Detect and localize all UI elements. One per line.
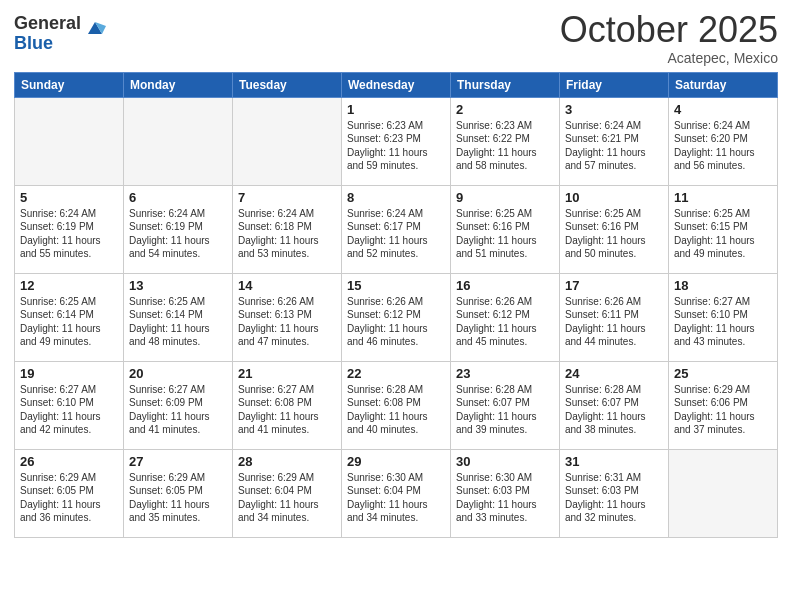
calendar-cell: 23Sunrise: 6:28 AM Sunset: 6:07 PM Dayli…: [451, 361, 560, 449]
calendar-cell: 11Sunrise: 6:25 AM Sunset: 6:15 PM Dayli…: [669, 185, 778, 273]
day-number: 17: [565, 278, 663, 293]
day-number: 3: [565, 102, 663, 117]
day-info: Sunrise: 6:24 AM Sunset: 6:19 PM Dayligh…: [20, 207, 118, 261]
day-number: 26: [20, 454, 118, 469]
day-info: Sunrise: 6:27 AM Sunset: 6:09 PM Dayligh…: [129, 383, 227, 437]
calendar-cell: 27Sunrise: 6:29 AM Sunset: 6:05 PM Dayli…: [124, 449, 233, 537]
calendar-cell: 14Sunrise: 6:26 AM Sunset: 6:13 PM Dayli…: [233, 273, 342, 361]
day-info: Sunrise: 6:25 AM Sunset: 6:15 PM Dayligh…: [674, 207, 772, 261]
day-number: 15: [347, 278, 445, 293]
day-number: 6: [129, 190, 227, 205]
day-info: Sunrise: 6:30 AM Sunset: 6:04 PM Dayligh…: [347, 471, 445, 525]
calendar-cell: [233, 97, 342, 185]
day-number: 22: [347, 366, 445, 381]
day-number: 12: [20, 278, 118, 293]
day-info: Sunrise: 6:24 AM Sunset: 6:21 PM Dayligh…: [565, 119, 663, 173]
day-info: Sunrise: 6:29 AM Sunset: 6:05 PM Dayligh…: [129, 471, 227, 525]
day-info: Sunrise: 6:27 AM Sunset: 6:10 PM Dayligh…: [20, 383, 118, 437]
day-number: 11: [674, 190, 772, 205]
calendar-week-row: 1Sunrise: 6:23 AM Sunset: 6:23 PM Daylig…: [15, 97, 778, 185]
day-number: 4: [674, 102, 772, 117]
day-info: Sunrise: 6:26 AM Sunset: 6:12 PM Dayligh…: [347, 295, 445, 349]
calendar-week-row: 26Sunrise: 6:29 AM Sunset: 6:05 PM Dayli…: [15, 449, 778, 537]
day-info: Sunrise: 6:24 AM Sunset: 6:19 PM Dayligh…: [129, 207, 227, 261]
calendar-week-row: 12Sunrise: 6:25 AM Sunset: 6:14 PM Dayli…: [15, 273, 778, 361]
day-info: Sunrise: 6:24 AM Sunset: 6:18 PM Dayligh…: [238, 207, 336, 261]
day-info: Sunrise: 6:25 AM Sunset: 6:14 PM Dayligh…: [129, 295, 227, 349]
calendar-cell: 17Sunrise: 6:26 AM Sunset: 6:11 PM Dayli…: [560, 273, 669, 361]
day-info: Sunrise: 6:27 AM Sunset: 6:10 PM Dayligh…: [674, 295, 772, 349]
day-info: Sunrise: 6:30 AM Sunset: 6:03 PM Dayligh…: [456, 471, 554, 525]
day-number: 8: [347, 190, 445, 205]
day-number: 24: [565, 366, 663, 381]
weekday-header: Tuesday: [233, 72, 342, 97]
month-title: October 2025: [560, 10, 778, 50]
logo: General Blue: [14, 14, 106, 54]
day-number: 19: [20, 366, 118, 381]
day-number: 23: [456, 366, 554, 381]
calendar-cell: [669, 449, 778, 537]
day-number: 25: [674, 366, 772, 381]
day-info: Sunrise: 6:25 AM Sunset: 6:16 PM Dayligh…: [565, 207, 663, 261]
weekday-header-row: SundayMondayTuesdayWednesdayThursdayFrid…: [15, 72, 778, 97]
day-info: Sunrise: 6:25 AM Sunset: 6:16 PM Dayligh…: [456, 207, 554, 261]
day-info: Sunrise: 6:31 AM Sunset: 6:03 PM Dayligh…: [565, 471, 663, 525]
calendar-cell: 19Sunrise: 6:27 AM Sunset: 6:10 PM Dayli…: [15, 361, 124, 449]
calendar-cell: 12Sunrise: 6:25 AM Sunset: 6:14 PM Dayli…: [15, 273, 124, 361]
calendar-cell: 21Sunrise: 6:27 AM Sunset: 6:08 PM Dayli…: [233, 361, 342, 449]
day-number: 14: [238, 278, 336, 293]
calendar-cell: 29Sunrise: 6:30 AM Sunset: 6:04 PM Dayli…: [342, 449, 451, 537]
day-number: 29: [347, 454, 445, 469]
day-number: 13: [129, 278, 227, 293]
calendar-cell: [124, 97, 233, 185]
calendar-cell: 22Sunrise: 6:28 AM Sunset: 6:08 PM Dayli…: [342, 361, 451, 449]
day-info: Sunrise: 6:25 AM Sunset: 6:14 PM Dayligh…: [20, 295, 118, 349]
calendar-cell: 9Sunrise: 6:25 AM Sunset: 6:16 PM Daylig…: [451, 185, 560, 273]
day-info: Sunrise: 6:24 AM Sunset: 6:20 PM Dayligh…: [674, 119, 772, 173]
calendar-cell: 31Sunrise: 6:31 AM Sunset: 6:03 PM Dayli…: [560, 449, 669, 537]
day-number: 27: [129, 454, 227, 469]
calendar-cell: 16Sunrise: 6:26 AM Sunset: 6:12 PM Dayli…: [451, 273, 560, 361]
day-info: Sunrise: 6:29 AM Sunset: 6:04 PM Dayligh…: [238, 471, 336, 525]
day-number: 16: [456, 278, 554, 293]
calendar-cell: 8Sunrise: 6:24 AM Sunset: 6:17 PM Daylig…: [342, 185, 451, 273]
day-number: 31: [565, 454, 663, 469]
day-info: Sunrise: 6:26 AM Sunset: 6:11 PM Dayligh…: [565, 295, 663, 349]
header: General Blue October 2025 Acatepec, Mexi…: [14, 10, 778, 66]
calendar-cell: 25Sunrise: 6:29 AM Sunset: 6:06 PM Dayli…: [669, 361, 778, 449]
day-info: Sunrise: 6:26 AM Sunset: 6:13 PM Dayligh…: [238, 295, 336, 349]
calendar-cell: 3Sunrise: 6:24 AM Sunset: 6:21 PM Daylig…: [560, 97, 669, 185]
logo-icon: [84, 16, 106, 38]
weekday-header: Sunday: [15, 72, 124, 97]
calendar-cell: 13Sunrise: 6:25 AM Sunset: 6:14 PM Dayli…: [124, 273, 233, 361]
day-info: Sunrise: 6:28 AM Sunset: 6:07 PM Dayligh…: [565, 383, 663, 437]
day-number: 2: [456, 102, 554, 117]
page: General Blue October 2025 Acatepec, Mexi…: [0, 0, 792, 612]
weekday-header: Monday: [124, 72, 233, 97]
calendar-cell: 30Sunrise: 6:30 AM Sunset: 6:03 PM Dayli…: [451, 449, 560, 537]
day-number: 18: [674, 278, 772, 293]
day-info: Sunrise: 6:23 AM Sunset: 6:22 PM Dayligh…: [456, 119, 554, 173]
day-number: 10: [565, 190, 663, 205]
calendar-cell: 4Sunrise: 6:24 AM Sunset: 6:20 PM Daylig…: [669, 97, 778, 185]
weekday-header: Thursday: [451, 72, 560, 97]
day-number: 30: [456, 454, 554, 469]
weekday-header: Friday: [560, 72, 669, 97]
calendar-table: SundayMondayTuesdayWednesdayThursdayFrid…: [14, 72, 778, 538]
day-info: Sunrise: 6:26 AM Sunset: 6:12 PM Dayligh…: [456, 295, 554, 349]
calendar-cell: 6Sunrise: 6:24 AM Sunset: 6:19 PM Daylig…: [124, 185, 233, 273]
calendar-cell: [15, 97, 124, 185]
day-info: Sunrise: 6:28 AM Sunset: 6:08 PM Dayligh…: [347, 383, 445, 437]
calendar-cell: 2Sunrise: 6:23 AM Sunset: 6:22 PM Daylig…: [451, 97, 560, 185]
day-number: 9: [456, 190, 554, 205]
day-info: Sunrise: 6:24 AM Sunset: 6:17 PM Dayligh…: [347, 207, 445, 261]
calendar-cell: 28Sunrise: 6:29 AM Sunset: 6:04 PM Dayli…: [233, 449, 342, 537]
day-info: Sunrise: 6:29 AM Sunset: 6:06 PM Dayligh…: [674, 383, 772, 437]
day-number: 7: [238, 190, 336, 205]
day-number: 28: [238, 454, 336, 469]
calendar-cell: 18Sunrise: 6:27 AM Sunset: 6:10 PM Dayli…: [669, 273, 778, 361]
calendar-week-row: 5Sunrise: 6:24 AM Sunset: 6:19 PM Daylig…: [15, 185, 778, 273]
calendar-cell: 24Sunrise: 6:28 AM Sunset: 6:07 PM Dayli…: [560, 361, 669, 449]
calendar-cell: 20Sunrise: 6:27 AM Sunset: 6:09 PM Dayli…: [124, 361, 233, 449]
day-info: Sunrise: 6:27 AM Sunset: 6:08 PM Dayligh…: [238, 383, 336, 437]
